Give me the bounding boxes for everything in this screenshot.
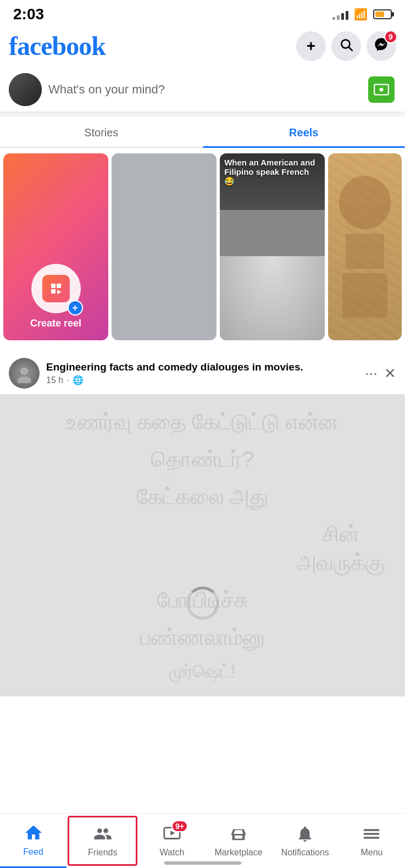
search-button[interactable] bbox=[331, 31, 361, 61]
friends-icon bbox=[93, 825, 112, 845]
status-icons: 📶 bbox=[332, 8, 392, 21]
notifications-icon bbox=[296, 825, 314, 845]
watch-badge: 9+ bbox=[171, 820, 188, 832]
nav-label-friends: Friends bbox=[88, 848, 117, 858]
svg-point-8 bbox=[20, 367, 28, 375]
nav-label-notifications: Notifications bbox=[281, 848, 329, 858]
tamil-text-7: முர்ஷெட்! bbox=[169, 660, 236, 683]
loading-spinner bbox=[186, 587, 219, 620]
battery-icon bbox=[373, 9, 392, 19]
post-close-button[interactable]: ✕ bbox=[384, 365, 396, 382]
watch-icon bbox=[163, 836, 181, 845]
reels-grid: + Create reel When an American and Filip… bbox=[0, 148, 405, 346]
status-bar: 2:03 📶 bbox=[0, 0, 405, 26]
tamil-text-6: பண்ணலாம்னு bbox=[140, 623, 265, 651]
reel-create-icon: + bbox=[31, 264, 81, 313]
bottom-navigation: Feed Friends 9+ Watch bbox=[0, 813, 405, 868]
header-actions: + 9 bbox=[296, 31, 396, 61]
svg-point-3 bbox=[380, 88, 384, 92]
post-input-bar[interactable]: What's on your mind? bbox=[0, 68, 405, 112]
post-time: 15 h bbox=[46, 375, 63, 385]
post-author-avatar bbox=[9, 358, 40, 389]
reel-caption: When an American and Filipino speak Fren… bbox=[224, 158, 320, 186]
photo-video-button[interactable] bbox=[367, 75, 396, 104]
status-time: 2:03 bbox=[13, 5, 44, 23]
nav-label-feed: Feed bbox=[23, 847, 43, 857]
nav-label-watch: Watch bbox=[160, 848, 185, 858]
reel-add-icon: + bbox=[68, 300, 83, 316]
plus-icon: + bbox=[307, 37, 315, 55]
svg-point-9 bbox=[17, 376, 31, 383]
reel-american-filipino-card[interactable]: When an American and Filipino speak Fren… bbox=[220, 153, 325, 340]
tamil-text-1: உணர்வு கதை கேட்டுட்டு என்ன bbox=[66, 407, 339, 436]
post-meta: 15 h · 🌐 bbox=[46, 375, 358, 385]
content-tabs: Stories Reels bbox=[0, 117, 405, 148]
post-info: Engineering facts and comedy dialouges i… bbox=[46, 361, 358, 385]
post-privacy-icon: 🌐 bbox=[73, 375, 84, 385]
nav-label-menu: Menu bbox=[360, 848, 382, 858]
svg-rect-5 bbox=[57, 284, 61, 288]
user-avatar bbox=[9, 73, 42, 106]
post-card: Engineering facts and comedy dialouges i… bbox=[0, 350, 405, 696]
nav-item-marketplace[interactable]: Marketplace bbox=[206, 814, 272, 868]
nav-item-feed[interactable]: Feed bbox=[0, 814, 66, 868]
tamil-text-3: கேட்கலை அது bbox=[137, 482, 268, 511]
tamil-text-2: தொண்டர்? bbox=[151, 445, 254, 473]
post-author-name: Engineering facts and comedy dialouges i… bbox=[46, 361, 358, 373]
messenger-button[interactable]: 9 bbox=[367, 31, 396, 61]
post-header: Engineering facts and comedy dialouges i… bbox=[0, 350, 405, 394]
home-indicator bbox=[164, 861, 241, 865]
nav-item-watch[interactable]: 9+ Watch bbox=[138, 814, 205, 868]
reel-tattoo-card[interactable] bbox=[328, 153, 402, 340]
app-header: facebook + 9 bbox=[0, 26, 405, 68]
post-avatar-image bbox=[9, 358, 40, 389]
marketplace-icon bbox=[229, 825, 248, 845]
nav-item-notifications[interactable]: Notifications bbox=[272, 814, 339, 868]
watch-badge-container: 9+ bbox=[163, 825, 181, 845]
tab-reels[interactable]: Reels bbox=[203, 117, 406, 147]
svg-rect-4 bbox=[51, 284, 56, 288]
section-divider bbox=[0, 112, 405, 117]
post-more-button[interactable]: ··· bbox=[365, 364, 378, 382]
battery-fill bbox=[375, 12, 384, 17]
home-icon bbox=[24, 823, 43, 845]
add-button[interactable]: + bbox=[296, 31, 326, 61]
tab-stories[interactable]: Stories bbox=[0, 117, 203, 147]
svg-marker-7 bbox=[57, 290, 62, 294]
post-placeholder[interactable]: What's on your mind? bbox=[48, 82, 360, 97]
nav-item-menu[interactable]: Menu bbox=[339, 814, 405, 868]
reel-placeholder-card[interactable] bbox=[112, 153, 217, 340]
signal-icon bbox=[332, 9, 348, 20]
post-actions-right: ··· ✕ bbox=[365, 364, 396, 382]
create-reel-card[interactable]: + Create reel bbox=[3, 153, 108, 340]
photo-icon bbox=[368, 76, 395, 103]
facebook-logo: facebook bbox=[9, 31, 106, 61]
nav-label-marketplace: Marketplace bbox=[215, 848, 263, 858]
create-reel-label: Create reel bbox=[30, 318, 81, 329]
wifi-icon: 📶 bbox=[354, 8, 368, 21]
reel-play-icon bbox=[42, 275, 70, 302]
tamil-text-4: சின்அவருக்கு bbox=[297, 519, 394, 577]
post-image: உணர்வு கதை கேட்டுட்டு என்ன தொண்டர்? கேட்… bbox=[0, 394, 405, 696]
menu-icon bbox=[362, 825, 381, 845]
dot-separator: · bbox=[66, 375, 69, 385]
messenger-badge: 9 bbox=[384, 30, 397, 43]
nav-item-friends[interactable]: Friends bbox=[68, 816, 137, 866]
svg-line-1 bbox=[349, 47, 352, 50]
post-tamil-overlay: உணர்வு கதை கேட்டுட்டு என்ன தொண்டர்? கேட்… bbox=[0, 394, 405, 696]
svg-rect-6 bbox=[51, 289, 56, 294]
search-icon bbox=[339, 37, 353, 55]
